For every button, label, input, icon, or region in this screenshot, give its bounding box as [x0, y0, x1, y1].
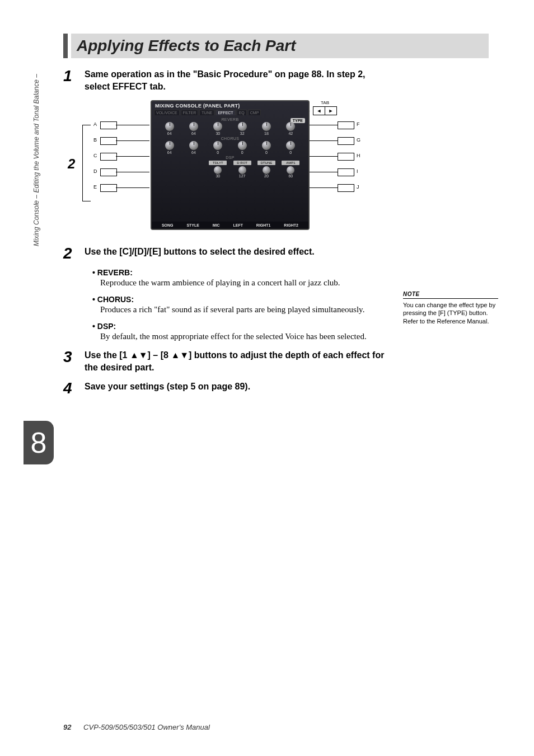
key-a [100, 121, 117, 129]
key-i [338, 168, 354, 176]
knob: 64 [164, 122, 175, 135]
console-column: RIGHT1 [256, 223, 271, 227]
key-label-d: D [93, 168, 97, 174]
reverb-section-label: REVERB [152, 118, 308, 121]
console-tab: CMP [248, 110, 261, 115]
step-1: 1 Same operation as in the "Basic Proced… [63, 68, 489, 93]
effect-reverb: • REVERB: Reproduce the warm ambience of… [92, 268, 383, 288]
key-f [338, 121, 354, 129]
key-label-g: G [357, 137, 360, 143]
section-heading: Applying Effects to Each Part [63, 34, 489, 58]
note-title: NOTE [403, 291, 498, 299]
keyline [116, 187, 149, 188]
keyline [116, 140, 149, 141]
knob: 0 [237, 141, 248, 154]
key-h [338, 153, 354, 161]
heading-text: Applying Effects to Each Part [71, 34, 489, 58]
mixing-console-figure: 2 A B C D E F G H I J [89, 100, 369, 229]
console-tab: TUNE [199, 110, 214, 115]
effect-head: • DSP: [92, 322, 383, 331]
reverb-knob-row: 64 64 30 32 18 42 [152, 122, 308, 135]
key-d [100, 168, 117, 176]
key-label-h: H [357, 153, 360, 158]
console-column: LEFT [233, 223, 243, 227]
console-tab: VOL/VOICE [154, 110, 180, 115]
note-text: You can change the effect type by pressi… [403, 301, 498, 325]
tab-arrows: TAB ···· ◄ ► [313, 100, 337, 115]
dsp-cell: D ROT127 [233, 161, 251, 178]
dsp-cell: AMP160 [282, 161, 299, 178]
console-column: RIGHT2 [284, 223, 298, 227]
page-number: 92 [63, 723, 71, 731]
step-text: Save your settings (step 5 on page 89). [85, 381, 387, 393]
effect-head: • CHORUS: [92, 295, 383, 304]
effect-definition-list: • REVERB: Reproduce the warm ambience of… [92, 268, 383, 342]
console-column: MIC [213, 223, 220, 227]
chapter-number-tab: 8 [24, 421, 54, 464]
step-4: 4 Save your settings (step 5 on page 89)… [63, 381, 489, 396]
keyline [308, 156, 338, 157]
step-number: 3 [63, 349, 85, 365]
key-b [100, 137, 117, 145]
step-number: 2 [63, 246, 85, 261]
key-label-c: C [93, 153, 97, 158]
mixing-console-screenshot: MIXING CONSOLE (PANEL PART) VOL/VOICE FI… [151, 100, 310, 230]
console-tab-active: EFFECT [216, 110, 235, 115]
key-j [338, 184, 354, 192]
keyline [308, 140, 338, 141]
key-c [100, 153, 117, 161]
keyline [308, 172, 338, 172]
dsp-cell: .. [185, 161, 203, 178]
tab-right-arrow-icon: ► [325, 107, 336, 115]
key-label-j: J [357, 184, 359, 190]
dsp-cell: DTUNE20 [257, 161, 275, 178]
effect-body: Produces a rich "fat" sound as if severa… [100, 304, 383, 315]
manual-title: CVP-509/505/503/501 Owner's Manual [83, 723, 210, 731]
step-number: 1 [63, 68, 85, 84]
note-box: NOTE You can change the effect type by p… [403, 291, 498, 325]
knob: 42 [285, 122, 296, 135]
sidebar-chapter-title: Mixing Console – Editing the Volume and … [32, 74, 40, 246]
knob: 64 [164, 141, 175, 154]
knob: 0 [212, 141, 223, 154]
keyline [116, 172, 149, 172]
key-e [100, 184, 117, 192]
keyline [308, 187, 338, 188]
knob: 30 [212, 122, 223, 135]
step-text: Use the [C]/[D]/[E] buttons to select th… [85, 246, 387, 258]
key-g [338, 137, 354, 145]
key-label-a: A [93, 121, 97, 127]
step-2: 2 Use the [C]/[D]/[E] buttons to select … [63, 246, 489, 261]
dsp-row: .. .. TDLYT30 D ROT127 DTUNE20 AMP160 [152, 161, 308, 178]
key-label-f: F [357, 121, 360, 127]
key-label-i: I [357, 168, 358, 174]
key-label-b: B [93, 137, 97, 143]
knob: 32 [237, 122, 248, 135]
effect-head: • REVERB: [92, 268, 383, 277]
effect-dsp: • DSP: By default, the most appropriate … [92, 322, 383, 342]
effect-chorus: • CHORUS: Produces a rich "fat" sound as… [92, 295, 383, 315]
main-content: Applying Effects to Each Part 1 Same ope… [63, 34, 489, 403]
heading-accent [63, 34, 68, 58]
keyline [116, 125, 149, 125]
keyline [308, 125, 338, 125]
step-number: 4 [63, 381, 85, 396]
dsp-cell: TDLYT30 [209, 161, 227, 178]
chorus-section-label: CHORUS [152, 137, 308, 140]
tab-left-arrow-icon: ◄ [313, 107, 325, 115]
knob: 64 [188, 141, 199, 154]
figure-step-2-label: 2 [68, 156, 75, 172]
keyline [116, 156, 149, 157]
step-text: Use the [1 ▲▼] – [8 ▲▼] buttons to adjus… [85, 349, 387, 374]
knob: 0 [261, 141, 272, 154]
console-tabs: VOL/VOICE FILTER TUNE EFFECT EQ CMP [152, 110, 308, 115]
console-tab: FILTER [181, 110, 199, 115]
console-column: SONG [162, 223, 174, 227]
effect-body: By default, the most appropriate effect … [100, 331, 383, 342]
effect-body: Reproduce the warm ambience of playing i… [100, 277, 383, 288]
tab-label: TAB [313, 100, 337, 105]
knob: 64 [188, 122, 199, 135]
step-text: Same operation as in the "Basic Procedur… [85, 68, 387, 93]
dsp-cell: .. [161, 161, 179, 178]
key-label-e: E [93, 184, 97, 190]
